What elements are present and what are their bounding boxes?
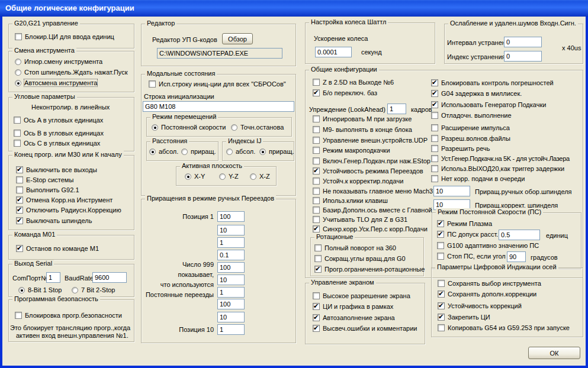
radio-plane-xz[interactable]: X-Z xyxy=(250,173,270,180)
checkbox-estop-system[interactable]: E-Stop системы xyxy=(16,176,73,183)
jog-increment-input-9[interactable] xyxy=(217,312,245,322)
checkbox-allow-speech[interactable]: Разрешить речь xyxy=(431,145,490,152)
jog-increment-input-1[interactable] xyxy=(217,211,245,222)
checkbox-lock-dros[interactable]: Закрепить ЦИ xyxy=(438,314,490,321)
debounce-index-input[interactable] xyxy=(504,51,542,62)
group-title: G20,G21 управление xyxy=(12,20,80,27)
checkbox-no-system-menu[interactable]: Не показывать главное меню Mach3 xyxy=(313,188,433,195)
cv-stop-angle-input[interactable] xyxy=(507,251,526,262)
checkbox-charge-pump-on-estop[interactable]: Включ.Генер.Подкач.при наж.EStop xyxy=(313,157,430,164)
checkbox-rot-shortest-g0[interactable]: Сокращ.углы вращ.для G0 xyxy=(314,255,406,262)
checkbox-udp-devices[interactable]: Управление внешн.устройств.UDP xyxy=(313,137,428,144)
title-bar[interactable]: Общие логические конфигурации xyxy=(0,0,588,17)
jog-increment-input-6[interactable] xyxy=(217,275,245,285)
checkbox-persistent-jog-mode[interactable]: Устойчивость режима Переездов xyxy=(313,167,423,175)
checkbox-axis-a-angular[interactable]: Ось A в угловых единицах xyxy=(14,117,103,124)
checkbox-rot-360-rollover[interactable]: Полный поворот на 360 xyxy=(314,244,396,251)
com-port-input[interactable] xyxy=(46,272,60,283)
checkbox-ignore-m-on-load[interactable]: Игнорировать M при загрузке xyxy=(313,115,412,122)
radio-ij-absolute[interactable]: абсол. xyxy=(226,148,255,155)
checkbox-g04-milliseconds[interactable]: G04 задержка в миллисек. xyxy=(431,90,522,97)
checkbox-label: Учитывать TLO для Z в G31 xyxy=(323,216,407,223)
checkbox-flash-errors[interactable]: Высвеч.ошибки и комментарии xyxy=(313,325,417,332)
checkbox-auto-screen-enlarge[interactable]: Автозаполнение экрана xyxy=(313,314,395,321)
jog-increment-input-5[interactable] xyxy=(217,262,245,273)
radio-plane-yz[interactable]: Y-Z xyxy=(219,173,239,180)
checkbox-feed-override-persist[interactable]: Устойч.к корректир.подачи xyxy=(313,177,403,185)
jog-increment-input-8[interactable] xyxy=(217,299,245,309)
checkbox-persistent-tool-selection[interactable]: Сохранять выбор инструмента xyxy=(438,280,541,287)
checkbox-boxed-dros[interactable]: ЦИ и графика в рамках xyxy=(313,303,393,310)
jog-increment-input-3[interactable] xyxy=(217,237,245,248)
checkbox-key-clicks[interactable]: Ипольз.клики клавиш xyxy=(313,197,388,204)
checkbox-lock-error-watchdog[interactable]: Блокировать контроль погрешностей xyxy=(431,79,554,86)
jog-increment-input-7[interactable] xyxy=(217,287,245,298)
radio-constant-velocity[interactable]: Постоянной скорости xyxy=(152,124,226,131)
checkbox-use-charge-pump[interactable]: Использовать Генератор Подкачки xyxy=(431,101,546,108)
checkbox-tlo-g31[interactable]: Учитывать TLO для Z в G31 xyxy=(313,216,407,223)
checkbox-stop-cv-on-angle[interactable]: Стоп ПС, если угол > xyxy=(437,253,511,260)
checkbox-allow-wave-files[interactable]: Разреш.волнов.файлы xyxy=(431,135,510,142)
checkbox-persistent-offsets[interactable]: Сохранять дополн.коррекции xyxy=(438,290,536,298)
checkbox-axis-c-angular[interactable]: Ось C в углвых единицах xyxy=(14,140,100,147)
editor-path-input[interactable] xyxy=(157,48,282,59)
checkbox-plasma-mode[interactable]: Режим Плазма xyxy=(437,220,492,227)
radio-stop-spindle-wait[interactable]: Стоп шпиндель.Ждать нажат.Пуск xyxy=(15,69,128,76)
baud-rate-input[interactable] xyxy=(92,272,127,283)
checkbox-copy-g54-on-startup[interactable]: Копировать G54 из G59.253 при запуске xyxy=(438,324,570,331)
checkbox-lock-dro-units[interactable]: Блокир.ЦИ для ввода единиц xyxy=(15,33,114,40)
checkbox-perform-g921[interactable]: Выполнить G92.1 xyxy=(16,186,79,193)
checkbox-stop-on-m1[interactable]: Останов по команде M1 xyxy=(16,245,99,252)
cv-tolerance-input[interactable] xyxy=(499,230,540,240)
radio-ij-incremental[interactable]: приращ. xyxy=(259,148,294,155)
shuttle-accel-input[interactable] xyxy=(315,47,352,57)
radio-label: абсол. xyxy=(159,148,178,155)
checkbox-home-slave-with-master[interactable]: Базир.Дополн.ось вместе с Главной xyxy=(313,206,432,214)
radio-distance-incremental[interactable]: приращ. xyxy=(181,148,216,155)
checkbox-safety-lock[interactable]: Блокировка прогр.безопасности xyxy=(15,312,122,319)
radio-8bit-1stop[interactable]: 8-Bit 1 Stop xyxy=(18,286,62,293)
jog-increment-input-2[interactable] xyxy=(217,225,245,235)
checkbox-rot-soft-limits[interactable]: Прогр.ограничения-ротационные xyxy=(314,266,425,273)
checkbox-m9-end-of-block[interactable]: M9- выполнять в конце блока xyxy=(313,126,412,133)
checkbox-pulse-extension[interactable]: Расширение импульса xyxy=(431,124,510,131)
checkbox-charge-pump-5k-laser[interactable]: Уст.Генер.Подкачк.на 5K - для устойч.Лаз… xyxy=(431,155,570,162)
jog-increment-input-4[interactable] xyxy=(217,250,245,260)
radio-auto-tool-change[interactable]: Автосмена инструмента xyxy=(15,79,97,86)
checkbox-spindle-off[interactable]: Выключать шпиндель xyxy=(16,217,92,224)
checkbox-axis-b-angular[interactable]: Ось B в угловых единицах xyxy=(14,130,104,137)
checkbox-icon xyxy=(15,33,22,40)
browse-button[interactable]: Обзор xyxy=(222,33,253,44)
checkbox-debug-run[interactable]: Отладочн. выполнение xyxy=(431,112,512,119)
checkbox-cancel-tool-offset[interactable]: Отмена Корр.на Инструмент xyxy=(16,196,113,204)
lookahead-unit: кадров xyxy=(411,106,432,113)
radio-exact-stop[interactable]: Точн.останова xyxy=(231,124,284,131)
cv-tolerance-unit: единиц xyxy=(546,232,568,239)
spindle-jog-increment-input[interactable] xyxy=(433,186,470,196)
checkbox-hi-res-screen[interactable]: Высокое разрешение экрана xyxy=(313,292,410,299)
checkbox-home-sw-safety[interactable]: Б/о переключ. баз xyxy=(313,89,377,96)
lookahead-input[interactable] xyxy=(387,104,406,114)
jog-increment-input-10[interactable] xyxy=(217,324,245,335)
checkbox-g100-adaptive-cv[interactable]: G100 адаптивно значению ПС xyxy=(437,242,539,249)
checkbox-icon xyxy=(438,324,445,331)
radio-distance-absolute[interactable]: абсол. xyxy=(149,148,178,155)
ok-button[interactable]: ОК xyxy=(528,347,580,359)
checkbox-init-string-all-resets[interactable]: Исп.строку иниц-ции для всех "СБРОСов" xyxy=(149,80,286,88)
checkbox-disable-radius-comp[interactable]: Отключить Радиусн.Коррекцию xyxy=(16,206,121,214)
radio-7bit-2stop[interactable]: 7 Bit 2-Stop xyxy=(72,286,115,293)
checkbox-z25d-output6[interactable]: Z в 2.5D на Выходе №6 xyxy=(313,79,394,86)
checkbox-sync-jog-feed-override[interactable]: Синхр.корр.Уск.Пер.с корр.Подачи xyxy=(313,225,428,233)
radio-plane-xy[interactable]: X-Y xyxy=(185,173,205,180)
init-string-input[interactable] xyxy=(143,101,294,112)
radio-ignore-tool-change[interactable]: Игнор.смену инструмента xyxy=(15,58,102,65)
checkbox-disable-all-outputs[interactable]: Выключить все выходы xyxy=(16,166,97,173)
debounce-interval-input[interactable] xyxy=(504,37,542,47)
checkbox-output20-dwell-trigger[interactable]: Использ.ВЫХОД20,как триггер задержки xyxy=(431,165,564,172)
checkbox-no-fro-on-queue[interactable]: Нет корр. подачи в очереди xyxy=(431,175,525,182)
checkbox-macro-pump-mode[interactable]: Режим макроподкачки xyxy=(313,147,390,154)
checkbox-offsets-persistence[interactable]: Устойчивость коррекций xyxy=(438,302,522,309)
checkbox-icon xyxy=(438,302,445,309)
group-title: Угловые параметры xyxy=(12,93,77,100)
checkbox-cv-distance-tolerance[interactable]: ПС допуск расст. xyxy=(437,231,498,238)
